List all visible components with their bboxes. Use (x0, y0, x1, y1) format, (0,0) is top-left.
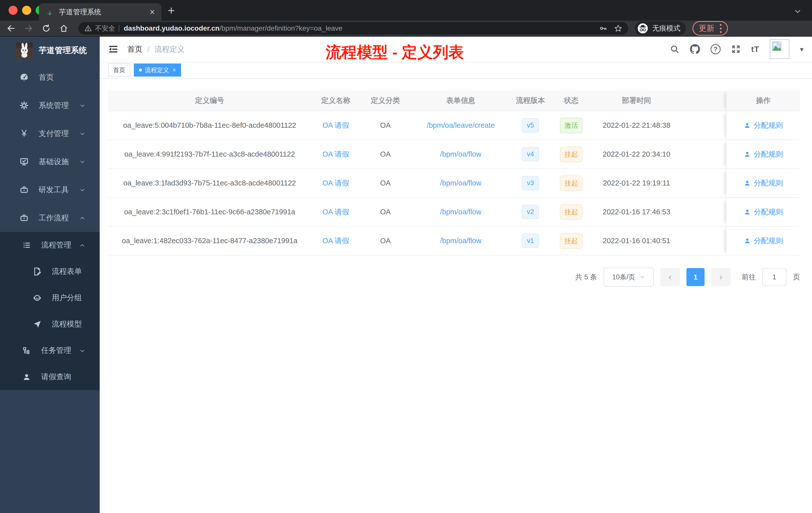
status-badge: 挂起 (560, 204, 582, 220)
avatar-caret-down-icon[interactable]: ▾ (800, 45, 804, 54)
assign-rule-link[interactable]: 分配规则 (744, 120, 783, 130)
tag-label: 流程定义 (145, 66, 169, 74)
tag-close-icon[interactable]: × (173, 66, 176, 73)
forward-icon[interactable] (24, 24, 33, 33)
definition-name-link[interactable]: OA 请假 (311, 236, 360, 246)
sidebar-item-dev-tools[interactable]: 研发工具 (0, 176, 100, 204)
assign-rule-link[interactable]: 分配规则 (744, 207, 783, 217)
definition-category: OA (360, 237, 410, 245)
version-badge: v4 (522, 147, 539, 161)
address-bar[interactable]: 不安全 dashboard.yudao.iocoder.cn /bpm/mana… (78, 22, 628, 35)
definition-id: oa_leave:1:482ec033-762a-11ec-8477-a2380… (108, 237, 311, 245)
next-page-button[interactable]: › (711, 268, 731, 286)
sidebar-item-system[interactable]: 系统管理 (0, 91, 100, 119)
definition-name-link[interactable]: OA 请假 (311, 178, 360, 188)
table-row: oa_leave:2:3c1f0ef1-76b1-11ec-9c66-a2380… (108, 198, 800, 227)
tag-process-definition[interactable]: 流程定义 × (134, 63, 181, 77)
tab-close-icon[interactable]: × (150, 7, 155, 17)
bookmark-star-icon[interactable] (614, 24, 622, 32)
help-icon[interactable]: ? (710, 44, 721, 54)
sidebar-logo[interactable]: 芋道管理系统 (0, 37, 100, 63)
assign-rule-link[interactable]: 分配规则 (744, 149, 783, 159)
sidebar-item-task-manage[interactable]: 任务管理 (0, 337, 100, 364)
sidebar-item-label: 用户分组 (52, 293, 82, 303)
avatar[interactable] (770, 39, 789, 59)
status-cell: 挂起 (550, 204, 592, 220)
form-link[interactable]: /bpm/oa/leave/create (410, 121, 511, 129)
browser-toolbar: 不安全 dashboard.yudao.iocoder.cn /bpm/mana… (0, 21, 812, 37)
sidebar-item-payment[interactable]: ¥ 支付管理 (0, 119, 100, 148)
table-row: oa_leave:5:004b710b-7b8a-11ec-8ef0-acde4… (108, 111, 800, 140)
current-page-button[interactable]: 1 (687, 268, 704, 286)
url-path: /bpm/manager/definition?key=oa_leave (220, 24, 343, 32)
sidebar-item-infrastructure[interactable]: 基础设施 (0, 148, 100, 176)
sidebar-item-workflow[interactable]: 工作流程 (0, 204, 100, 232)
sidebar-item-user-group[interactable]: 用户分组 (0, 284, 100, 311)
reload-icon[interactable] (42, 24, 51, 33)
definition-name-link[interactable]: OA 请假 (311, 120, 360, 130)
status-cell: 挂起 (550, 175, 592, 191)
sidebar-item-process-manage[interactable]: 流程管理 (0, 232, 100, 258)
status-cell: 挂起 (550, 147, 592, 162)
sidebar-item-home[interactable]: 首页 (0, 63, 100, 91)
form-link[interactable]: /bpm/oa/flow (410, 237, 511, 245)
definition-name-link[interactable]: OA 请假 (311, 149, 360, 159)
browser-tab[interactable]: 芋道管理系统 × (39, 3, 162, 21)
column-header: 流程版本 (511, 96, 550, 105)
security-label[interactable]: 不安全 (95, 24, 115, 33)
sidebar-item-leave-query[interactable]: 请假查询 (0, 364, 100, 390)
user-icon (22, 373, 32, 381)
version-badge: v3 (522, 176, 539, 190)
chrome-update-button[interactable]: 更新 (693, 21, 728, 36)
font-size-icon[interactable]: tT (751, 45, 759, 54)
sidebar-item-label: 工作流程 (39, 213, 69, 223)
version-cell: v5 (511, 118, 550, 132)
breadcrumb-home[interactable]: 首页 (127, 44, 142, 55)
tag-home[interactable]: 首页 (108, 63, 130, 77)
version-cell: v2 (511, 205, 550, 219)
assign-rule-link[interactable]: 分配规则 (744, 236, 783, 246)
minimize-window-button[interactable] (22, 6, 31, 15)
navbar: 首页 / 流程定义 流程模型 - 定义列表 ? tT ▾ (100, 37, 812, 62)
form-link[interactable]: /bpm/oa/flow (410, 150, 511, 158)
kebab-menu-icon[interactable] (720, 24, 722, 33)
github-icon[interactable] (690, 44, 700, 54)
status-badge: 激活 (560, 118, 582, 133)
definition-id: oa_leave:4:991f2193-7b7f-11ec-a3c8-acde4… (108, 150, 311, 158)
sidebar-item-label: 首页 (39, 72, 54, 83)
incognito-label: 无痕模式 (652, 24, 680, 33)
sidebar-item-process-model[interactable]: 流程模型 (0, 311, 100, 337)
password-key-icon[interactable] (599, 24, 607, 32)
chevron-down-icon (79, 130, 86, 137)
prev-page-button[interactable]: ‹ (660, 268, 680, 286)
page-size-select[interactable]: 10条/页 (604, 268, 654, 286)
home-icon[interactable] (59, 24, 68, 33)
goto-page-input[interactable] (762, 268, 786, 286)
sidebar-item-process-form[interactable]: 流程表单 (0, 258, 100, 284)
tags-view-bar: 首页 流程定义 × (100, 62, 812, 79)
url-host: dashboard.yudao.iocoder.cn (124, 24, 220, 32)
search-icon[interactable] (670, 44, 679, 54)
new-tab-button[interactable]: + (168, 3, 175, 17)
robot-face-icon (32, 294, 42, 302)
operation-cell: 分配规则 (726, 169, 800, 197)
back-icon[interactable] (6, 24, 16, 33)
tab-search-chevron-icon[interactable] (793, 7, 802, 16)
fullscreen-icon[interactable] (731, 44, 741, 54)
navbar-actions: ? tT ▾ (670, 39, 804, 59)
form-link[interactable]: /bpm/oa/flow (410, 179, 511, 187)
assign-rule-link[interactable]: 分配规则 (744, 178, 783, 188)
status-badge: 挂起 (560, 147, 582, 162)
definition-name-link[interactable]: OA 请假 (311, 207, 360, 217)
breadcrumb-separator: / (147, 45, 149, 54)
update-label[interactable]: 更新 (699, 23, 714, 34)
sidebar-item-label: 流程管理 (41, 240, 71, 250)
sidebar-fold-icon[interactable] (108, 44, 118, 54)
definition-category: OA (360, 121, 410, 129)
form-link[interactable]: /bpm/oa/flow (410, 208, 511, 216)
address-divider (119, 25, 119, 32)
version-badge: v2 (522, 205, 539, 219)
close-window-button[interactable] (8, 6, 18, 15)
gear-icon (19, 101, 29, 110)
annotation-title: 流程模型 - 定义列表 (326, 42, 464, 63)
